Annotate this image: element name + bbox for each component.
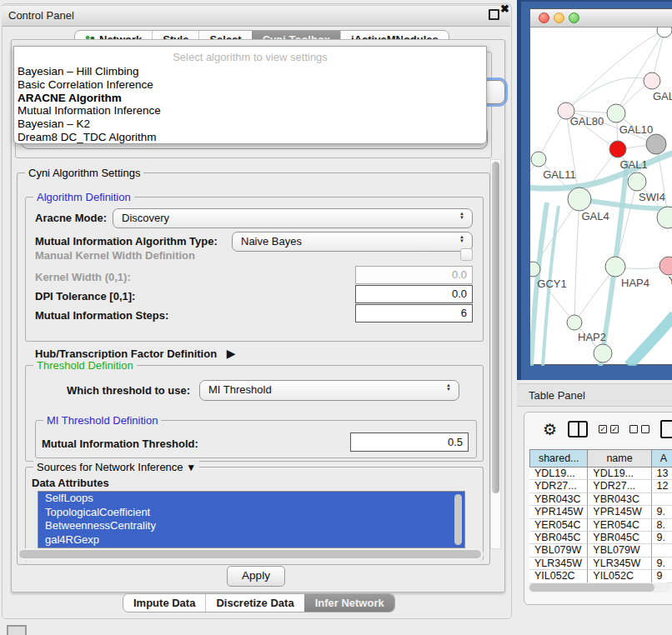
table-horizontal-scrollbar[interactable] (528, 582, 671, 592)
close-traffic-light[interactable] (539, 12, 549, 23)
network-edge[interactable] (566, 78, 652, 111)
table-rows: YDL19...YDL19...13YDR27...YDR27...12YBR0… (529, 468, 672, 583)
network-node-gal[interactable] (644, 72, 660, 89)
table-cell: YBR045C (588, 532, 651, 544)
float-window-icon[interactable] (489, 9, 499, 20)
aracne-mode-select[interactable]: Discovery ▲▼ (113, 208, 473, 228)
node-label: Y (669, 274, 672, 287)
network-node[interactable] (657, 28, 672, 38)
tab-infer-network[interactable]: Infer Network (304, 594, 394, 612)
column-header[interactable]: shared... (529, 449, 588, 468)
data-attribute-item[interactable]: BetweennessCentrality (38, 519, 464, 533)
data-attribute-item[interactable]: TopologicalCoefficient (38, 506, 464, 520)
table-row[interactable]: YBL079WYBL079W (529, 544, 672, 557)
mi-threshold-field[interactable]: 0.5 (350, 432, 469, 452)
stepper-icon: ▲▼ (446, 383, 451, 392)
checked-box-icon: ✓ (610, 425, 619, 433)
data-attributes-list[interactable]: SelfLoopsTopologicalCoefficientBetweenne… (38, 491, 465, 548)
algorithm-option[interactable]: Bayesian – K2 (14, 118, 486, 131)
deselect-all-icon[interactable] (629, 425, 649, 433)
table-cell: 13 (652, 468, 672, 480)
table-cell: YBL079W (588, 544, 651, 557)
algorithm-option[interactable]: Basic Correlation Inference (14, 78, 486, 92)
node-label: GAL80 (570, 115, 604, 128)
table-cell (652, 544, 672, 557)
node-label: GAL (653, 90, 672, 102)
algorithm-option[interactable]: Dream8 DC_TDC Algorithm (14, 131, 486, 144)
tab-impute-data[interactable]: Impute Data (123, 594, 205, 612)
network-node-gal1[interactable] (609, 141, 626, 158)
stepper-icon: ▲▼ (459, 212, 464, 220)
table-row[interactable]: YER054CYER054C8. (529, 519, 672, 532)
which-threshold-select[interactable]: MI Threshold ▲▼ (199, 380, 459, 401)
kernel-width-field[interactable]: 0.0 (355, 266, 473, 284)
table-row[interactable]: YLR345WYLR345W9. (529, 558, 672, 570)
network-node-gal10[interactable] (607, 104, 625, 122)
algorithm-option[interactable]: ARACNE Algorithm (14, 92, 486, 105)
table-cell: YBL079W (529, 544, 588, 557)
column-header[interactable]: name (588, 449, 651, 468)
which-threshold-label: Which threshold to use: (67, 384, 190, 397)
zoom-traffic-light[interactable] (569, 12, 579, 23)
table-cell: YPR145W (529, 506, 588, 518)
kernel-width-label: Kernel Width (0,1): (35, 271, 131, 283)
network-node[interactable] (594, 344, 612, 362)
tab-discretize-data[interactable]: Discretize Data (205, 594, 303, 612)
table-cell: 9 (652, 570, 672, 582)
apply-button[interactable]: Apply (227, 566, 285, 587)
algorithm-dropdown-placeholder: Select algorithm to view settings (14, 47, 486, 65)
algorithm-option[interactable]: Mutual Information Inference (14, 104, 486, 118)
node-label: GAL1 (619, 158, 647, 171)
network-edge[interactable] (629, 315, 672, 366)
network-node[interactable] (646, 134, 666, 154)
unchecked-box-icon (641, 425, 649, 433)
table-row[interactable]: YBR045CYBR045C9. (529, 532, 672, 544)
table-row[interactable]: YDL19...YDL19...13 (529, 468, 672, 480)
mi-algorithm-type-select[interactable]: Naive Bayes ▲▼ (232, 232, 473, 252)
settings-group-title: Cyni Algorithm Settings (25, 167, 143, 179)
dpi-tolerance-field[interactable]: 0.0 (355, 285, 473, 303)
table-cell: 9. (652, 532, 672, 544)
network-node-hap2[interactable] (567, 315, 582, 330)
table-row[interactable]: YIL052CYIL052C9 (529, 570, 672, 582)
network-edge[interactable] (574, 199, 579, 322)
data-attribute-item[interactable]: gal4RGexp (38, 533, 464, 548)
table-row[interactable]: YDR27...YDR27...12 (529, 480, 672, 492)
column-header[interactable]: A (652, 449, 672, 468)
table-cell: YDL19... (588, 468, 651, 480)
network-window-titlebar (530, 9, 672, 28)
mi-algorithm-type-label: Mutual Information Algorithm Type: (35, 235, 218, 248)
select-all-icon[interactable]: ✓✓ (599, 425, 619, 433)
sources-group-title[interactable]: Sources for Network Inference ▼ (33, 461, 199, 473)
network-node-y[interactable] (659, 257, 672, 275)
list-scrollbar[interactable] (454, 494, 462, 545)
corner-widget[interactable] (7, 625, 27, 635)
data-attribute-item[interactable]: SelfLoops (38, 492, 464, 506)
network-node-gal11[interactable] (531, 152, 546, 167)
mi-steps-field[interactable]: 6 (355, 304, 473, 322)
table-row[interactable]: YPR145WYPR145W9. (529, 506, 672, 518)
attribute-table: shared...nameA YDL19...YDL19...13YDR27..… (529, 449, 672, 583)
table-row[interactable]: YBR043CYBR043C (529, 493, 672, 506)
column-view-icon[interactable] (568, 421, 588, 438)
aracne-mode-label: Aracne Mode: (35, 212, 107, 224)
algorithm-option[interactable]: Bayesian – Hill Climbing (14, 65, 486, 78)
table-cell: 12 (652, 480, 672, 492)
minimize-traffic-light[interactable] (554, 12, 564, 23)
table-cell: YDR27... (529, 480, 588, 492)
table-file-icon[interactable] (660, 420, 672, 438)
manual-kernel-width-checkbox[interactable] (460, 248, 473, 261)
network-node-hap4[interactable] (605, 257, 625, 277)
settings-horizontal-scrollbar[interactable] (18, 548, 484, 560)
table-cell: YLR345W (529, 558, 588, 570)
table-cell: 9. (652, 506, 672, 518)
network-node-gal4[interactable] (568, 188, 591, 211)
network-node-swi4[interactable] (628, 172, 646, 191)
table-toolbar: ⚙ ✓✓ (524, 412, 672, 446)
mi-steps-label: Mutual Information Steps: (35, 309, 168, 322)
settings-gear-icon[interactable]: ⚙ (543, 422, 557, 438)
hub-definition-toggle[interactable]: Hub/Transcription Factor Definition ▶ (35, 347, 236, 360)
close-icon[interactable]: ✖ (500, 2, 509, 15)
network-canvas[interactable]: GALGAL80GAL10GAL1GAL11SWI4GAL4GCY1HAP4YH… (530, 28, 672, 366)
settings-vertical-scrollbar[interactable] (490, 159, 501, 549)
